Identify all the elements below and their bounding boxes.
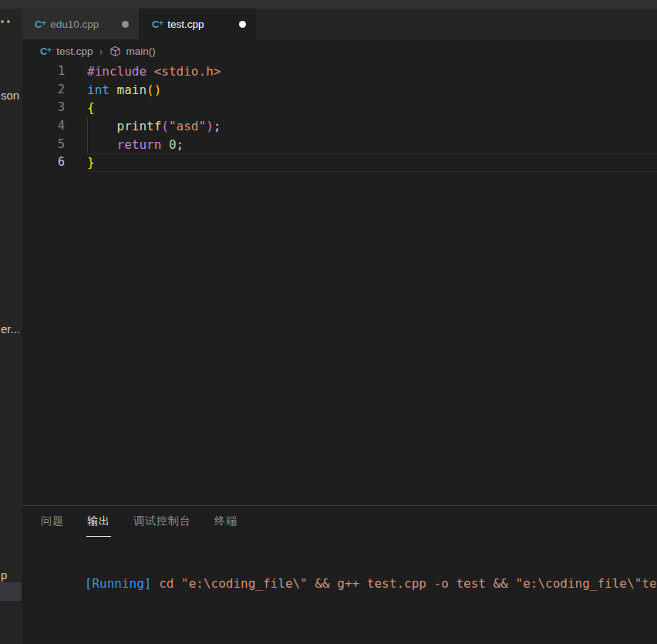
code-token: [161, 137, 169, 152]
cpp-file-icon: C⁺: [35, 19, 45, 29]
code-line-2[interactable]: 2int main(): [22, 81, 657, 99]
code-token: [Running]: [85, 576, 159, 591]
code-token: (: [161, 119, 169, 133]
modified-dot-icon[interactable]: [239, 21, 246, 28]
code-line-5[interactable]: 5 return 0;: [22, 136, 657, 154]
breadcrumb: C⁺ test.cpp › main(): [22, 39, 657, 62]
cpp-file-icon: C⁺: [152, 19, 163, 29]
code-line-4[interactable]: 4 printf("asd");: [22, 117, 657, 136]
code-line-content: #include <stdio.h>: [65, 62, 221, 81]
panel-tab-bar: 问题输出调试控制台终端: [22, 506, 657, 537]
line-number[interactable]: 6: [22, 153, 65, 172]
code-line-content: }: [65, 153, 95, 172]
code-token: <stdio.h>: [154, 64, 221, 79]
code-token: {: [87, 100, 95, 115]
line-number[interactable]: 2: [22, 81, 65, 99]
code-token: }: [87, 155, 95, 170]
code-token: int: [87, 83, 110, 97]
breadcrumb-symbol[interactable]: main(): [126, 46, 156, 57]
code-token: "asd": [169, 119, 206, 133]
line-number[interactable]: 5: [22, 136, 65, 154]
code-line-content: printf("asd");: [65, 117, 221, 136]
editor-tab-bar: C⁺edu10.cppC⁺test.cpp: [22, 8, 657, 39]
explorer-item-fragment[interactable]: p: [1, 568, 7, 582]
line-number[interactable]: 4: [22, 117, 65, 136]
symbol-cube-icon: [110, 46, 121, 57]
code-token: [87, 137, 117, 152]
code-line-content: return 0;: [65, 136, 184, 154]
modified-dot-icon[interactable]: [122, 21, 129, 28]
bottom-panel: 问题输出调试控制台终端 [Running] cd "e:\coding_file…: [22, 505, 657, 644]
panel-tab-调试控制台[interactable]: 调试控制台: [133, 507, 192, 536]
explorer-item-fragment[interactable]: son: [1, 89, 19, 102]
code-token: 0: [169, 137, 177, 152]
code-editor[interactable]: 1#include <stdio.h>2int main()3{4 printf…: [22, 62, 657, 505]
overflow-dot-icon: [1, 20, 4, 23]
line-number[interactable]: 1: [22, 62, 65, 81]
code-token: #include: [87, 64, 147, 79]
code-token: cd "e:\coding_file\" && g++ test.cpp -o …: [159, 576, 657, 591]
tab-edu10.cpp[interactable]: C⁺edu10.cpp: [22, 8, 139, 39]
tab-label: test.cpp: [167, 19, 234, 30]
panel-tab-问题[interactable]: 问题: [40, 507, 65, 536]
code-token: ): [206, 119, 214, 133]
code-token: return: [117, 137, 162, 152]
indent-guide: [87, 117, 88, 153]
code-line-3[interactable]: 3{: [22, 99, 657, 117]
code-token: ;: [214, 119, 221, 133]
output-log: [Running] cd "e:\coding_file\" && g++ te…: [22, 537, 657, 592]
explorer-item-fragment[interactable]: er...: [1, 322, 20, 335]
code-line-1[interactable]: 1#include <stdio.h>: [22, 62, 657, 81]
explorer-sidebar[interactable]: soner...p: [0, 8, 22, 644]
tab-test.cpp[interactable]: C⁺test.cpp: [139, 8, 256, 39]
code-token: [110, 83, 117, 97]
code-line-content: {: [65, 99, 95, 117]
title-bar: [0, 0, 657, 8]
editor-group: C⁺edu10.cppC⁺test.cpp C⁺ test.cpp › main…: [22, 8, 657, 644]
code-token: ;: [177, 137, 184, 152]
chevron-right-icon: ›: [99, 45, 103, 58]
code-token: [147, 64, 154, 79]
code-token: [87, 119, 117, 133]
vscode-window: soner...p C⁺edu10.cppC⁺test.cpp C⁺ test.…: [0, 0, 657, 644]
code-token: printf: [117, 119, 162, 133]
explorer-selected-item[interactable]: [0, 582, 22, 601]
code-token: (): [147, 83, 161, 97]
code-token: main: [117, 83, 147, 97]
tab-label: edu10.cpp: [50, 19, 117, 30]
panel-tab-输出[interactable]: 输出: [86, 507, 111, 537]
code-line-6[interactable]: 6}: [22, 153, 657, 172]
code-line-content: int main(): [65, 81, 161, 99]
breadcrumb-file[interactable]: test.cpp: [56, 46, 93, 57]
line-number[interactable]: 3: [22, 99, 65, 117]
overflow-dot-icon: [7, 20, 10, 23]
cpp-file-icon: C⁺: [40, 46, 51, 56]
panel-tab-终端[interactable]: 终端: [214, 507, 238, 536]
